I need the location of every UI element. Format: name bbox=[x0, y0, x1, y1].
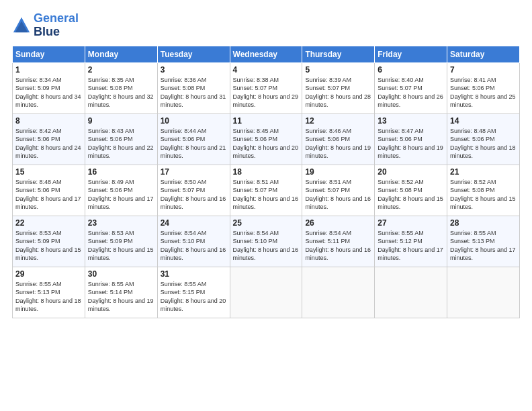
day-number: 3 bbox=[161, 65, 227, 75]
day-cell: 19 Sunrise: 8:51 AMSunset: 5:07 PMDaylig… bbox=[302, 165, 375, 216]
header: GeneralBlue bbox=[12, 12, 520, 39]
week-row-1: 1 Sunrise: 8:34 AMSunset: 5:09 PMDayligh… bbox=[13, 62, 520, 113]
col-header-wednesday: Wednesday bbox=[230, 46, 302, 62]
day-info: Sunrise: 8:54 AMSunset: 5:11 PMDaylight:… bbox=[305, 230, 371, 262]
col-header-sunday: Sunday bbox=[13, 46, 85, 62]
day-number: 21 bbox=[450, 167, 517, 177]
day-cell: 21 Sunrise: 8:52 AMSunset: 5:08 PMDaylig… bbox=[447, 165, 520, 216]
day-number: 2 bbox=[88, 65, 154, 75]
logo-icon bbox=[12, 16, 31, 35]
day-number: 13 bbox=[378, 116, 444, 126]
day-cell: 30 Sunrise: 8:55 AMSunset: 5:14 PMDaylig… bbox=[85, 267, 157, 318]
day-cell: 12 Sunrise: 8:46 AMSunset: 5:06 PMDaylig… bbox=[302, 113, 375, 165]
col-header-saturday: Saturday bbox=[447, 46, 520, 62]
day-number: 16 bbox=[88, 167, 154, 177]
col-header-tuesday: Tuesday bbox=[157, 46, 230, 62]
week-row-5: 29 Sunrise: 8:55 AMSunset: 5:13 PMDaylig… bbox=[13, 267, 520, 318]
day-cell: 5 Sunrise: 8:39 AMSunset: 5:07 PMDayligh… bbox=[302, 62, 375, 113]
day-info: Sunrise: 8:55 AMSunset: 5:13 PMDaylight:… bbox=[15, 281, 81, 313]
day-cell: 16 Sunrise: 8:49 AMSunset: 5:06 PMDaylig… bbox=[85, 165, 157, 216]
day-cell: 14 Sunrise: 8:48 AMSunset: 5:06 PMDaylig… bbox=[447, 113, 520, 165]
day-number: 24 bbox=[161, 218, 227, 228]
day-number: 4 bbox=[233, 65, 300, 75]
day-info: Sunrise: 8:41 AMSunset: 5:06 PMDaylight:… bbox=[450, 77, 516, 109]
day-info: Sunrise: 8:55 AMSunset: 5:15 PMDaylight:… bbox=[161, 281, 226, 313]
day-cell bbox=[447, 267, 520, 318]
day-cell: 13 Sunrise: 8:47 AMSunset: 5:06 PMDaylig… bbox=[375, 113, 447, 165]
day-info: Sunrise: 8:51 AMSunset: 5:07 PMDaylight:… bbox=[233, 179, 299, 211]
day-cell: 20 Sunrise: 8:52 AMSunset: 5:08 PMDaylig… bbox=[375, 165, 447, 216]
day-number: 5 bbox=[305, 65, 371, 75]
logo: GeneralBlue bbox=[12, 12, 79, 39]
day-number: 28 bbox=[450, 218, 517, 228]
day-info: Sunrise: 8:36 AMSunset: 5:08 PMDaylight:… bbox=[161, 77, 226, 109]
day-number: 6 bbox=[378, 65, 444, 75]
day-cell: 6 Sunrise: 8:40 AMSunset: 5:07 PMDayligh… bbox=[375, 62, 447, 113]
day-number: 7 bbox=[450, 65, 517, 75]
day-cell: 25 Sunrise: 8:54 AMSunset: 5:10 PMDaylig… bbox=[230, 216, 302, 267]
day-info: Sunrise: 8:55 AMSunset: 5:12 PMDaylight:… bbox=[378, 230, 443, 262]
day-cell bbox=[230, 267, 302, 318]
day-cell: 24 Sunrise: 8:54 AMSunset: 5:10 PMDaylig… bbox=[157, 216, 230, 267]
day-number: 19 bbox=[305, 167, 371, 177]
day-cell: 11 Sunrise: 8:45 AMSunset: 5:06 PMDaylig… bbox=[230, 113, 302, 165]
day-number: 11 bbox=[233, 116, 300, 126]
day-cell bbox=[302, 267, 375, 318]
day-info: Sunrise: 8:50 AMSunset: 5:07 PMDaylight:… bbox=[161, 179, 226, 211]
day-cell: 23 Sunrise: 8:53 AMSunset: 5:09 PMDaylig… bbox=[85, 216, 157, 267]
day-number: 23 bbox=[88, 218, 154, 228]
day-cell: 29 Sunrise: 8:55 AMSunset: 5:13 PMDaylig… bbox=[13, 267, 85, 318]
day-number: 29 bbox=[15, 269, 82, 279]
day-info: Sunrise: 8:48 AMSunset: 5:06 PMDaylight:… bbox=[15, 179, 81, 211]
day-number: 8 bbox=[15, 116, 82, 126]
day-info: Sunrise: 8:46 AMSunset: 5:06 PMDaylight:… bbox=[305, 128, 371, 160]
day-number: 20 bbox=[378, 167, 444, 177]
day-info: Sunrise: 8:55 AMSunset: 5:13 PMDaylight:… bbox=[450, 230, 516, 262]
day-cell: 10 Sunrise: 8:44 AMSunset: 5:06 PMDaylig… bbox=[157, 113, 230, 165]
day-number: 1 bbox=[15, 65, 82, 75]
day-cell: 1 Sunrise: 8:34 AMSunset: 5:09 PMDayligh… bbox=[13, 62, 85, 113]
day-cell: 17 Sunrise: 8:50 AMSunset: 5:07 PMDaylig… bbox=[157, 165, 230, 216]
day-cell: 18 Sunrise: 8:51 AMSunset: 5:07 PMDaylig… bbox=[230, 165, 302, 216]
day-number: 10 bbox=[161, 116, 227, 126]
day-number: 9 bbox=[88, 116, 154, 126]
col-header-monday: Monday bbox=[85, 46, 157, 62]
day-cell: 3 Sunrise: 8:36 AMSunset: 5:08 PMDayligh… bbox=[157, 62, 230, 113]
day-info: Sunrise: 8:52 AMSunset: 5:08 PMDaylight:… bbox=[378, 179, 443, 211]
day-number: 14 bbox=[450, 116, 517, 126]
day-cell: 26 Sunrise: 8:54 AMSunset: 5:11 PMDaylig… bbox=[302, 216, 375, 267]
day-info: Sunrise: 8:38 AMSunset: 5:07 PMDaylight:… bbox=[233, 77, 299, 109]
day-info: Sunrise: 8:44 AMSunset: 5:06 PMDaylight:… bbox=[161, 128, 226, 160]
day-number: 27 bbox=[378, 218, 444, 228]
day-number: 30 bbox=[88, 269, 154, 279]
day-cell: 9 Sunrise: 8:43 AMSunset: 5:06 PMDayligh… bbox=[85, 113, 157, 165]
day-number: 15 bbox=[15, 167, 82, 177]
day-info: Sunrise: 8:52 AMSunset: 5:08 PMDaylight:… bbox=[450, 179, 516, 211]
day-cell: 31 Sunrise: 8:55 AMSunset: 5:15 PMDaylig… bbox=[157, 267, 230, 318]
day-info: Sunrise: 8:40 AMSunset: 5:07 PMDaylight:… bbox=[378, 77, 443, 109]
day-number: 26 bbox=[305, 218, 371, 228]
day-number: 22 bbox=[15, 218, 82, 228]
day-info: Sunrise: 8:39 AMSunset: 5:07 PMDaylight:… bbox=[305, 77, 371, 109]
day-number: 18 bbox=[233, 167, 300, 177]
day-info: Sunrise: 8:48 AMSunset: 5:06 PMDaylight:… bbox=[450, 128, 516, 160]
day-info: Sunrise: 8:53 AMSunset: 5:09 PMDaylight:… bbox=[15, 230, 81, 262]
day-cell: 22 Sunrise: 8:53 AMSunset: 5:09 PMDaylig… bbox=[13, 216, 85, 267]
day-cell: 8 Sunrise: 8:42 AMSunset: 5:06 PMDayligh… bbox=[13, 113, 85, 165]
logo-text: GeneralBlue bbox=[34, 12, 79, 39]
day-number: 31 bbox=[161, 269, 227, 279]
day-number: 12 bbox=[305, 116, 371, 126]
day-cell: 15 Sunrise: 8:48 AMSunset: 5:06 PMDaylig… bbox=[13, 165, 85, 216]
col-header-friday: Friday bbox=[375, 46, 447, 62]
day-info: Sunrise: 8:53 AMSunset: 5:09 PMDaylight:… bbox=[88, 230, 154, 262]
day-cell: 7 Sunrise: 8:41 AMSunset: 5:06 PMDayligh… bbox=[447, 62, 520, 113]
week-row-2: 8 Sunrise: 8:42 AMSunset: 5:06 PMDayligh… bbox=[13, 113, 520, 165]
day-info: Sunrise: 8:35 AMSunset: 5:08 PMDaylight:… bbox=[88, 77, 154, 109]
calendar-table: SundayMondayTuesdayWednesdayThursdayFrid… bbox=[12, 46, 520, 318]
week-row-3: 15 Sunrise: 8:48 AMSunset: 5:06 PMDaylig… bbox=[13, 165, 520, 216]
day-info: Sunrise: 8:54 AMSunset: 5:10 PMDaylight:… bbox=[161, 230, 226, 262]
day-info: Sunrise: 8:43 AMSunset: 5:06 PMDaylight:… bbox=[88, 128, 154, 160]
day-cell: 27 Sunrise: 8:55 AMSunset: 5:12 PMDaylig… bbox=[375, 216, 447, 267]
col-header-thursday: Thursday bbox=[302, 46, 375, 62]
day-info: Sunrise: 8:54 AMSunset: 5:10 PMDaylight:… bbox=[233, 230, 299, 262]
